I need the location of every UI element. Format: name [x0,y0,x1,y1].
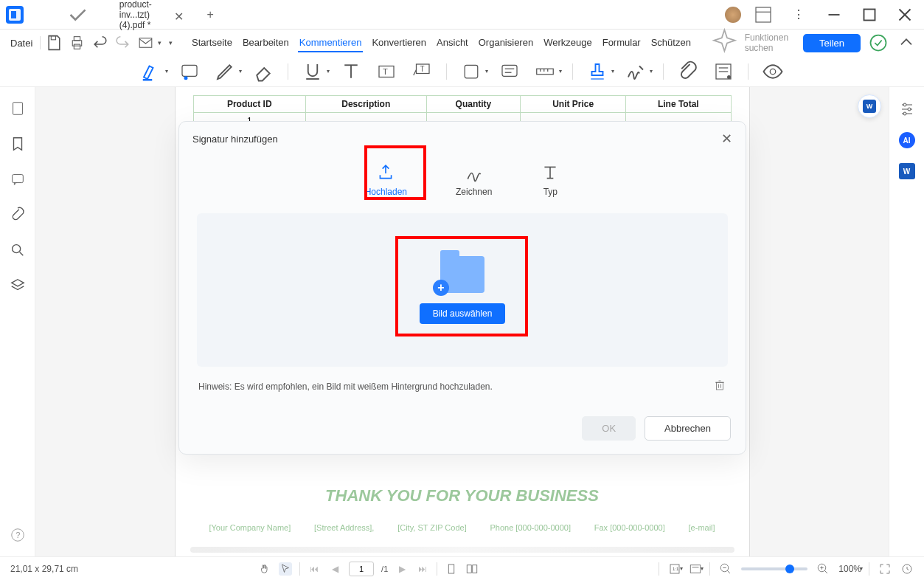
th-product-id: Product ID [193,96,306,113]
new-tab-button[interactable]: + [200,4,220,25]
thumbnails-icon[interactable] [10,100,26,117]
svg-point-13 [871,35,886,51]
shape-dropdown[interactable]: ▾ [485,68,488,75]
two-page-icon[interactable] [465,562,479,576]
next-page-icon[interactable]: ▶ [395,562,409,576]
floating-word-button[interactable]: W [858,94,881,118]
upload-tab[interactable]: Hochladen [359,160,413,203]
stamp-tool[interactable] [586,61,608,83]
highlight-tool[interactable] [140,61,162,83]
underline-tool[interactable] [302,61,324,83]
share-button[interactable]: Teilen [803,34,861,52]
tab-bearbeiten[interactable]: Bearbeiten [241,34,291,52]
text-tool[interactable] [340,61,362,83]
svg-rect-24 [465,65,478,78]
word-export-icon[interactable]: W [898,162,916,180]
tab-kommentieren[interactable]: Kommentieren [298,34,364,52]
shape-tool[interactable] [460,61,482,83]
page-input[interactable] [349,562,374,576]
svg-point-40 [12,245,20,253]
properties-icon[interactable] [898,100,916,118]
svg-rect-59 [468,565,472,573]
type-tab[interactable]: Typ [535,160,566,203]
tab-konvertieren[interactable]: Konvertieren [370,34,428,52]
fullscreen-icon[interactable] [878,562,892,576]
tab-close-icon[interactable]: ✕ [174,10,184,20]
cancel-button[interactable]: Abbrechen [645,416,731,441]
mail-icon[interactable] [136,32,155,53]
undo-icon[interactable] [91,32,109,53]
measure-dropdown[interactable]: ▾ [559,68,562,75]
select-tool-icon[interactable] [279,562,292,576]
user-avatar[interactable] [725,7,741,23]
tab-organisieren[interactable]: Organisieren [477,34,535,52]
comment-toolbar: ▾ ▾ ▾ T T ▾ ▾ ▾ ▾ [0,56,924,87]
svg-line-41 [19,252,23,256]
stamp-dropdown[interactable]: ▾ [611,68,614,75]
measure-tool[interactable] [534,61,556,83]
tab-werkzeuge[interactable]: Werkzeuge [542,34,594,52]
signature-dropdown[interactable]: ▾ [650,68,653,75]
zoom-in-icon[interactable] [816,562,830,576]
redo-icon[interactable] [114,32,132,53]
save-icon[interactable] [45,32,63,53]
zoom-out-icon[interactable] [719,562,732,576]
page-scroll-indicator [190,547,734,553]
upload-dropzone[interactable]: + Bild auswählen [197,213,728,367]
tab-formular[interactable]: Formular [601,34,642,52]
qa-dropdown-icon[interactable]: ▾ [169,39,173,46]
hide-comments-tool[interactable] [762,61,784,83]
textbox-tool[interactable]: T [375,61,397,83]
draw-tab[interactable]: Zeichnen [450,160,498,203]
minimize-button[interactable] [821,4,847,26]
svg-point-36 [727,75,731,79]
attachments-panel-icon[interactable] [10,207,26,223]
tab-startseite[interactable]: Startseite [190,34,234,52]
svg-rect-5 [864,9,875,20]
app-menu-icon[interactable] [750,4,777,26]
underline-dropdown[interactable]: ▾ [327,68,330,75]
checkmark-icon [41,3,114,27]
trash-icon[interactable] [713,379,726,394]
ai-badge[interactable]: AI [898,131,916,149]
zoom-value[interactable]: 100% [838,564,861,574]
note-tool[interactable] [499,61,521,83]
select-image-button[interactable]: Bild auswählen [420,303,506,324]
help-icon[interactable]: ? [10,527,26,543]
sync-icon[interactable] [868,32,889,53]
collapse-ribbon-icon[interactable] [896,32,917,53]
signature-tool[interactable] [625,61,647,83]
comments-list-tool[interactable] [712,61,734,83]
app-logo[interactable] [6,6,24,24]
area-highlight-tool[interactable] [178,61,201,83]
close-button[interactable] [892,4,918,26]
history-icon[interactable] [900,562,914,576]
mail-dropdown-icon[interactable]: ▾ [158,39,161,46]
bookmarks-icon[interactable] [10,136,26,152]
file-menu[interactable]: Datei [7,35,35,52]
layers-icon[interactable] [10,277,26,294]
tab-schuetzen[interactable]: Schützen [650,34,692,52]
more-icon[interactable]: ⋮ [785,4,812,26]
pencil-tool[interactable] [214,61,236,83]
document-tab[interactable]: product-inv...tzt) (4).pdf * ✕ [32,3,192,27]
eraser-tool[interactable] [252,61,274,83]
hand-tool-icon[interactable] [258,562,271,576]
last-page-icon[interactable]: ⏭ [416,562,429,576]
zoom-slider[interactable] [741,567,807,570]
first-page-icon[interactable]: ⏮ [308,562,321,576]
tab-ansicht[interactable]: Ansicht [435,34,470,52]
attachment-tool[interactable] [677,61,699,83]
single-page-icon[interactable] [445,562,458,576]
maximize-button[interactable] [856,4,883,26]
sparkle-icon [709,27,740,59]
comments-panel-icon[interactable] [10,171,26,187]
print-icon[interactable] [68,32,86,53]
highlight-dropdown[interactable]: ▾ [165,68,168,75]
function-search[interactable]: Funktionen suchen [709,27,788,59]
dialog-close-icon[interactable]: ✕ [721,131,732,147]
prev-page-icon[interactable]: ◀ [328,562,341,576]
callout-tool[interactable]: T [411,61,433,83]
search-panel-icon[interactable] [10,242,26,258]
pencil-dropdown[interactable]: ▾ [239,68,242,75]
